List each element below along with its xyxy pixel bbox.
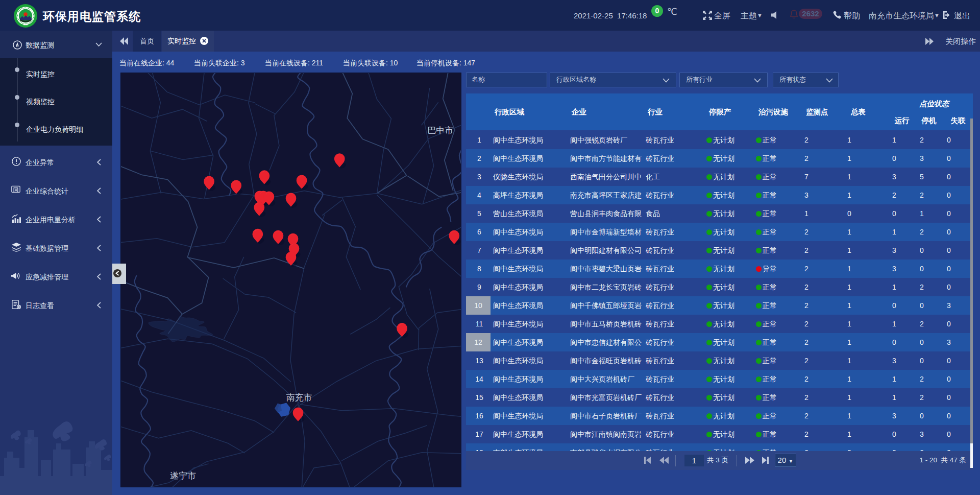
svg-text:南充市: 南充市 — [286, 393, 312, 403]
svg-text:遂宁市: 遂宁市 — [170, 471, 196, 481]
svg-text:巴中市: 巴中市 — [427, 126, 453, 135]
